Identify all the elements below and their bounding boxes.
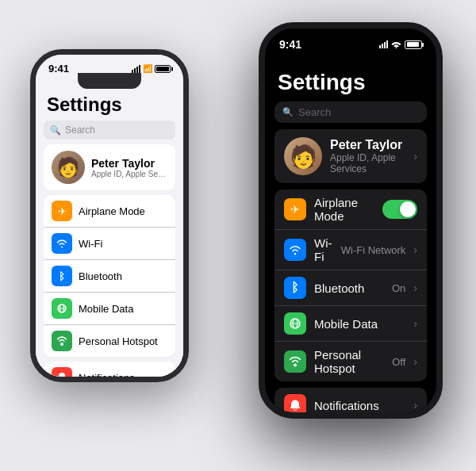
bluetooth-label-light: Bluetooth [79,270,167,282]
row-airplane-dark[interactable]: ✈ Airplane Mode [274,190,427,230]
avatar-light: 🧑 [52,151,85,184]
search-bar-dark[interactable]: 🔍 Search [274,101,427,123]
bluetooth-icon-dark: ᛒ [284,277,306,299]
hotspot-icon-light [52,331,72,351]
hotspot-chevron-dark: › [413,355,417,368]
row-notifications-light[interactable]: Notifications [44,362,175,377]
search-icon-dark: 🔍 [282,107,294,117]
profile-name-light: Peter Taylor [91,157,167,170]
settings-group1-dark: ✈ Airplane Mode Wi-Fi Wi-Fi Network › [274,190,427,381]
mobiledata-chevron-dark: › [413,317,417,330]
airplane-icon-dark: ✈ [284,198,306,220]
phone-dark: 9:41 Settings 🔍 Search [259,22,443,419]
mobiledata-label-dark: Mobile Data [314,317,405,331]
profile-light[interactable]: 🧑 Peter Taylor Apple ID, Apple Serv... [44,144,175,190]
row-notifications-dark[interactable]: Notifications › [274,388,427,412]
settings-group2-light: Notifications Control Centre 🌙 Do Not Di… [44,362,175,377]
avatar-dark: 🧑 [284,137,322,175]
hotspot-icon-dark [284,350,306,373]
time-light: 9:41 [48,63,69,75]
bluetooth-chevron-dark: › [413,281,417,294]
row-bluetooth-dark[interactable]: ᛒ Bluetooth On › [274,270,427,306]
settings-title-light: Settings [36,90,183,117]
notifications-label-light: Notifications [79,372,167,377]
search-placeholder-light: Search [65,124,95,136]
mobiledata-icon-dark [284,312,306,335]
row-mobiledata-dark[interactable]: Mobile Data › [274,306,427,342]
mobiledata-icon-light [52,298,72,319]
wifi-label-dark: Wi-Fi [314,236,333,263]
airplane-toggle[interactable] [382,200,417,219]
bluetooth-value-dark: On [392,282,405,294]
wifi-icon-light [52,233,72,254]
profile-sub-light: Apple ID, Apple Serv... [91,170,167,178]
airplane-icon-light: ✈ [52,201,72,221]
svg-point-7 [396,47,397,48]
airplane-label-light: Airplane Mode [79,205,167,217]
settings-title-dark: Settings [265,67,436,98]
mobiledata-label-light: Mobile Data [79,303,167,315]
wifi-value-dark: Wi-Fi Network [341,244,406,256]
hotspot-label-dark: Personal Hotspot [314,348,384,375]
row-wifi-dark[interactable]: Wi-Fi Wi-Fi Network › [274,230,427,270]
notifications-icon-dark [284,394,306,412]
notifications-chevron-dark: › [413,399,417,412]
wifi-icon-dark [284,239,306,261]
row-wifi-light[interactable]: Wi-Fi [44,228,175,260]
phone-light: 9:41 📶 Settings 🔍 Search 🧑 [30,49,189,382]
row-mobiledata-light[interactable]: Mobile Data [44,293,175,325]
profile-chevron-dark: › [413,150,417,163]
bluetooth-label-dark: Bluetooth [314,281,384,295]
wifi-label-light: Wi-Fi [79,238,167,250]
row-bluetooth-light[interactable]: ᛒ Bluetooth [44,260,175,293]
row-hotspot-light[interactable]: Personal Hotspot [44,325,175,357]
hotspot-label-light: Personal Hotspot [79,335,167,347]
search-icon-light: 🔍 [50,125,61,136]
phone-light-screen: 9:41 📶 Settings 🔍 Search 🧑 [36,55,183,377]
settings-group2-dark: Notifications › Control Centre › 🌙 [274,388,427,412]
profile-name-dark: Peter Taylor [330,138,405,152]
hotspot-value-dark: Off [392,356,405,368]
row-airplane-light[interactable]: ✈ Airplane Mode [44,195,175,228]
bluetooth-icon-light: ᛒ [52,266,72,286]
row-hotspot-dark[interactable]: Personal Hotspot Off › [274,342,427,381]
scene: 9:41 📶 Settings 🔍 Search 🧑 [0,0,476,471]
settings-group1-light: ✈ Airplane Mode Wi-Fi ᛒ Bluetooth [44,195,175,357]
search-bar-light[interactable]: 🔍 Search [44,121,175,140]
notifications-icon-light [52,367,72,377]
notifications-label-dark: Notifications [314,399,405,412]
wifi-chevron-dark: › [413,243,417,256]
profile-sub-dark: Apple ID, Apple Services [330,152,405,174]
search-placeholder-dark: Search [298,106,331,118]
phone-dark-screen: 9:41 Settings 🔍 Search [265,29,436,412]
airplane-label-dark: Airplane Mode [314,196,374,223]
time-dark: 9:41 [279,38,301,51]
profile-dark[interactable]: 🧑 Peter Taylor Apple ID, Apple Services … [274,129,427,183]
